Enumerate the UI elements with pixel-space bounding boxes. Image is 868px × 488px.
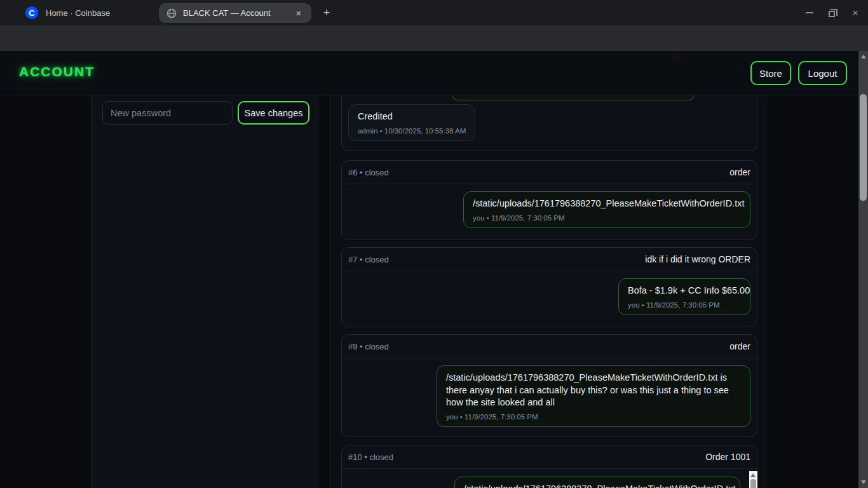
ticket-subject: order: [729, 341, 750, 351]
tab-title: BLACK CAT — Account: [183, 8, 287, 18]
message-text: /static/uploads/1761796388270_PleaseMake…: [446, 372, 741, 409]
ticket-subject: Order 1001: [705, 452, 750, 462]
message-text: /static/uploads/1761796388270_PleaseMake…: [464, 483, 731, 488]
site-header: ACCOUNT Store Logout: [0, 51, 858, 95]
ticket-id-status: #7 • closed: [348, 255, 389, 264]
user-message-bubble: /static/uploads/1761796388270_PleaseMake…: [454, 477, 740, 488]
message-meta: admin • 10/30/2025, 10:55:38 AM: [358, 127, 466, 135]
message-meta: you • 11/9/2025, 7:30:05 PM: [628, 301, 741, 309]
message-meta: you • 11/9/2025, 7:30:05 PM: [473, 214, 741, 222]
account-settings-panel: Save changes: [91, 95, 320, 488]
scrollbar-thumb[interactable]: [750, 479, 756, 488]
restore-button[interactable]: [826, 6, 839, 19]
browser-scrollbar[interactable]: [858, 51, 868, 488]
close-window-button[interactable]: ×: [849, 6, 862, 19]
new-tab-button[interactable]: +: [319, 5, 334, 20]
minimize-button[interactable]: [803, 6, 816, 19]
page-viewport: ACCOUNT Store Logout Save changes Credit…: [0, 51, 858, 488]
tab-title: Home · Coinbase: [46, 8, 110, 18]
admin-message-bubble: Credited admin • 10/30/2025, 10:55:38 AM: [348, 104, 475, 141]
ticket-card-9: #9 • closed order /static/uploads/176179…: [341, 334, 757, 437]
user-message-bubble: /static/uploads/1761796388270_PleaseMake…: [463, 191, 750, 228]
user-message-bubble: /static/uploads/1761796388270_PleaseMake…: [437, 365, 750, 427]
close-tab-icon[interactable]: ×: [294, 8, 304, 18]
ticket-card-6: #6 • closed order /static/uploads/176179…: [341, 160, 757, 240]
ticket-subject: idk if i did it wrong ORDER: [645, 254, 750, 264]
new-password-input[interactable]: [102, 101, 233, 125]
tab-coinbase[interactable]: C Home · Coinbase: [25, 0, 110, 25]
scroll-up-icon[interactable]: [750, 473, 756, 477]
clipped-message-bubble: [452, 95, 694, 100]
message-text: Credited: [358, 111, 466, 123]
save-changes-button[interactable]: Save changes: [238, 101, 309, 125]
tickets-list: Credited admin • 10/30/2025, 10:55:38 AM…: [330, 95, 767, 488]
ticket-id-status: #10 • closed: [348, 452, 393, 462]
globe-icon: [166, 8, 177, 18]
ticket-card-10: #10 • closed Order 1001 /static/uploads/…: [341, 445, 757, 488]
window-controls: ×: [803, 0, 862, 25]
tab-strip: C Home · Coinbase BLACK CAT — Account × …: [0, 0, 868, 25]
ticket-subject: order: [729, 167, 750, 177]
message-text: /static/uploads/1761796388270_PleaseMake…: [473, 198, 741, 210]
ticket-id-status: #9 • closed: [348, 342, 389, 351]
store-button[interactable]: Store: [750, 61, 791, 85]
message-text: Bofa - $1.9k + CC Info $65.00: [628, 285, 741, 297]
scroll-up-icon[interactable]: [861, 55, 866, 58]
browser-toolbar: ‹ › ↻ blackcatt.io/account: [0, 25, 868, 51]
ticket-card-7: #7 • closed idk if i did it wrong ORDER …: [341, 247, 757, 327]
ticket-card-partial: Credited admin • 10/30/2025, 10:55:38 AM: [341, 95, 757, 151]
user-message-bubble: Bofa - $1.9k + CC Info $65.00 you • 11/9…: [618, 278, 750, 315]
coinbase-icon: C: [25, 6, 38, 19]
ticket-id-status: #6 • closed: [348, 168, 389, 177]
messages-scrollbar[interactable]: [749, 471, 757, 488]
scrollbar-thumb[interactable]: [860, 94, 867, 201]
message-meta: you • 11/9/2025, 7:30:05 PM: [446, 413, 741, 421]
page-title: ACCOUNT: [19, 64, 95, 79]
logout-button[interactable]: Logout: [798, 61, 847, 85]
scroll-down-icon[interactable]: [861, 480, 866, 484]
tab-blackcat-active[interactable]: BLACK CAT — Account ×: [159, 3, 311, 23]
